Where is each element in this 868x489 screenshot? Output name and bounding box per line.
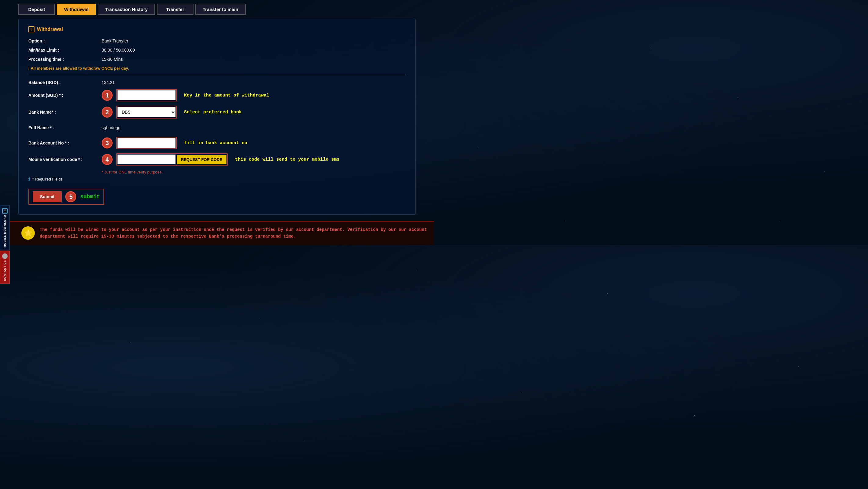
transfer-button[interactable]: Transfer [157,4,193,15]
bank-hint: Select preferred bank [184,110,242,115]
section-title: $ Withdrawal [28,26,406,32]
amount-label: Amount (SGD) * : [28,93,102,98]
bank-name-label: Bank Name* : [28,110,102,115]
top-navigation: Deposit Withdrawal Transaction History T… [0,0,434,19]
option-value: Bank Transfer [102,38,128,44]
mobile-code-input[interactable] [118,154,176,164]
bottom-notice-text: The funds will be wired to your account … [40,226,428,240]
submit-hint: submit [80,194,100,200]
mobile-hint: this code will send to your mobile sms [235,157,339,162]
star-icon: ⭐ [21,226,35,240]
bank-account-row: Bank Account No * : 3 fill in bank accou… [28,137,406,149]
amount-row: Amount (SGD) * : 1 Key in the amount of … [28,89,406,102]
bank-account-label: Bank Account No * : [28,141,102,145]
submit-section: Submit 5 submit [28,189,104,205]
divider [28,75,406,75]
processing-value: 15-30 Mins [102,57,123,62]
processing-row: Processing time : 15-30 Mins [28,57,406,62]
transaction-history-button[interactable]: Transaction History [98,4,155,15]
fullname-label: Full Name * : [28,125,102,130]
fullname-row: Full Name * : sgbadegg [28,123,406,133]
request-code-button[interactable]: REQUEST FOR CODE [177,155,226,164]
notice-text: ! All members are allowed to withdraw ON… [28,66,129,70]
mobile-download-label: MOBILE DOWNLOAD [3,215,6,245]
bottom-notice: ⭐ The funds will be wired to your accoun… [0,221,434,245]
limit-value: 30.00 / 50,000.00 [102,48,135,53]
step-5-number: 5 [69,193,73,200]
deposit-button[interactable]: Deposit [18,4,55,15]
mobile-verification-row: Mobile verification code * : 4 REQUEST F… [28,153,406,166]
verify-note: * Just for ONE time verify purpose. [102,170,406,174]
balance-label: Balance (SGD) : [28,80,102,85]
withdrawal-button[interactable]: Withdrawal [57,4,96,15]
step-1-circle: 1 [102,90,113,101]
step-2-circle: 2 [102,107,113,118]
required-text: * Required Fields [32,177,63,181]
option-label: Option : [28,38,102,44]
bank-name-row: Bank Name* : 2 DBS OCBC UOB POSB HSBC Ma… [28,106,406,118]
fullname-value: sgbadegg [102,123,121,133]
option-row: Option : Bank Transfer [28,38,406,44]
mobile-download-button[interactable]: 📱 MOBILE DOWNLOAD [0,205,10,245]
required-note: ℹ * Required Fields [28,177,406,181]
once-per-day-notice: ! All members are allowed to withdraw ON… [28,66,406,70]
amount-input[interactable] [118,90,176,100]
step-5-circle: 5 [65,191,76,202]
left-sidebar: 📱 MOBILE DOWNLOAD CONTACT US [0,205,10,245]
step-2-number: 2 [105,109,108,116]
bank-account-input[interactable] [118,138,176,148]
limit-row: Min/Max Limit : 30.00 / 50,000.00 [28,48,406,53]
transfer-to-main-button[interactable]: Transfer to main [195,4,246,15]
bank-name-select[interactable]: DBS OCBC UOB POSB HSBC Maybank [118,107,176,117]
step-4-circle: 4 [102,154,113,165]
account-hint: fill in bank account no [184,141,247,146]
section-title-text: Withdrawal [37,27,63,32]
balance-row: Balance (SGD) : 134.21 [28,80,406,85]
step-1-number: 1 [105,92,108,99]
amount-hint: Key in the amount of withdrawal [184,93,269,98]
mobile-label: Mobile verification code * : [28,157,102,162]
processing-label: Processing time : [28,57,102,62]
withdrawal-icon: $ [28,26,34,32]
limit-label: Min/Max Limit : [28,48,102,53]
step-4-number: 4 [105,156,108,163]
submit-button[interactable]: Submit [33,191,62,202]
balance-value: 134.21 [102,80,115,85]
main-content: $ Withdrawal Option : Bank Transfer Min/… [18,19,416,215]
step-3-circle: 3 [102,138,113,148]
step-3-number: 3 [105,140,108,147]
phone-icon: 📱 [2,208,8,213]
info-icon: ℹ [28,177,30,181]
